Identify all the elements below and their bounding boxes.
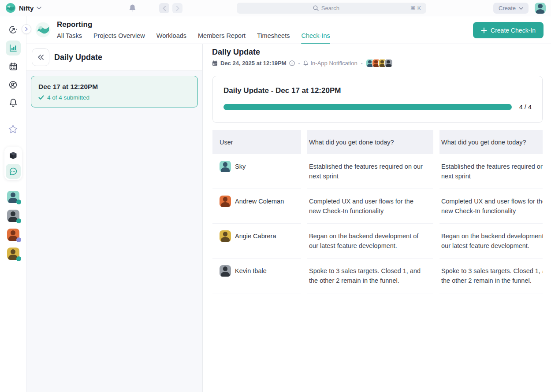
check-in-status: 4 of 4 submitted xyxy=(38,94,190,101)
progress-label: 4 / 4 xyxy=(519,104,532,111)
user-cell: Andrew Coleman xyxy=(212,189,301,224)
create-menu-label: Create xyxy=(499,5,516,11)
project-logo-icon xyxy=(35,22,51,38)
topbar: Nifty Search ⌘ K Create xyxy=(0,0,551,16)
search-shortcut: ⌘ K xyxy=(410,5,421,11)
user-cell: Sky xyxy=(212,154,301,189)
notification-type: In-App Notification xyxy=(303,60,357,67)
user-avatar xyxy=(220,230,231,242)
notification-type-label: In-App Notification xyxy=(310,60,357,67)
answer-cell: Began on the backend development of our … xyxy=(307,224,433,259)
nav-back-button[interactable] xyxy=(159,3,169,13)
user-avatar xyxy=(220,265,231,277)
calendar-icon[interactable] xyxy=(6,59,21,74)
dot-separator: • xyxy=(361,61,363,66)
summary-card: Daily Update - Dec 17 at 12:20PM 4 / 4 xyxy=(212,76,543,123)
star-icon[interactable] xyxy=(6,122,21,137)
chat-icon[interactable] xyxy=(6,164,21,179)
column-header-question: What did you get done today? xyxy=(439,130,543,154)
table-row: Andrew ColemanCompleted UX and user flow… xyxy=(212,189,543,224)
table-row: Angie CabreraBegan on the backend develo… xyxy=(212,224,543,259)
column-header-question: What did you get done today? xyxy=(307,130,433,154)
cube-icon[interactable] xyxy=(6,148,21,163)
plus-icon xyxy=(481,27,487,33)
sidebar-user-avatar[interactable] xyxy=(7,248,19,260)
panel-title: Daily Update xyxy=(54,53,102,62)
tab-workloads[interactable]: Workloads xyxy=(156,32,186,44)
sidebar-user-avatar[interactable] xyxy=(7,229,19,241)
user-name: Angie Cabrera xyxy=(235,230,276,242)
nifty-logo-icon xyxy=(5,3,16,13)
workspace-name: Nifty xyxy=(19,4,34,12)
dot-separator: • xyxy=(298,61,300,66)
table-row: SkyEstablished the features required on … xyxy=(212,154,543,189)
create-menu-button[interactable]: Create xyxy=(493,3,529,14)
participant-avatars xyxy=(366,59,392,67)
create-check-in-button[interactable]: Create Check-In xyxy=(473,22,544,38)
column-header-user: User xyxy=(212,130,301,154)
notifications-bell-icon[interactable] xyxy=(129,4,136,12)
user-avatar xyxy=(220,196,231,207)
status-dot xyxy=(16,200,21,204)
apps-dock xyxy=(4,147,22,180)
answer-cell: Established the features required on our… xyxy=(307,154,433,189)
check-in-list-panel: Daily Update Dec 17 at 12:20PM 4 of 4 su… xyxy=(26,44,203,392)
page-title: Reporting xyxy=(57,20,92,29)
answer-cell: Established the features required on our… xyxy=(439,154,543,189)
tab-check-ins[interactable]: Check-Ins xyxy=(301,32,330,44)
search-icon xyxy=(313,5,319,11)
sidebar-user-avatar[interactable] xyxy=(7,191,19,203)
user-cell: Angie Cabrera xyxy=(212,224,301,259)
user-name: Sky xyxy=(235,161,246,172)
check-in-list: Dec 17 at 12:20PM 4 of 4 submitted xyxy=(26,71,202,112)
target-arrow-icon[interactable] xyxy=(6,22,21,37)
answer-cell: Spoke to 3 sales targets. Closed 1, and … xyxy=(307,259,433,293)
participant-avatar xyxy=(385,59,392,67)
search-input[interactable]: Search ⌘ K xyxy=(237,3,426,14)
tab-all-tasks[interactable]: All Tasks xyxy=(57,32,82,44)
app-sidebar xyxy=(0,16,26,392)
sidebar-user-avatar[interactable] xyxy=(7,210,19,222)
tab-members-report[interactable]: Members Report xyxy=(198,32,246,44)
tab-timesheets[interactable]: Timesheets xyxy=(257,32,290,44)
detail-date-text: Dec 24, 2025 at 12:19PM xyxy=(220,60,287,67)
answer-cell: Completed UX and user flows for the new … xyxy=(307,189,433,224)
answer-cell: Spoke to 3 sales targets. Closed 1, and … xyxy=(439,259,543,293)
create-check-in-label: Create Check-In xyxy=(491,27,536,34)
user-cell: Kevin Ibale xyxy=(212,259,301,293)
search-placeholder: Search xyxy=(321,5,339,11)
detail-title: Daily Update xyxy=(212,48,260,57)
bell-small-icon xyxy=(303,60,308,66)
team-avatars xyxy=(7,191,19,260)
report-tabs: All TasksProjects OverviewWorkloadsMembe… xyxy=(57,32,330,44)
nav-forward-button[interactable] xyxy=(172,3,182,13)
check-in-list-item[interactable]: Dec 17 at 12:20PM 4 of 4 submitted xyxy=(31,76,198,107)
user-avatar xyxy=(220,161,231,172)
page-header: Reporting All TasksProjects OverviewWork… xyxy=(26,16,551,44)
detail-meta: Dec 24, 2025 at 12:19PM • In-App Notific… xyxy=(212,59,392,67)
user-name: Andrew Coleman xyxy=(235,196,284,207)
reports-bar-chart-icon[interactable] xyxy=(6,41,21,55)
user-avatar[interactable] xyxy=(535,3,546,14)
status-dot xyxy=(16,256,21,261)
check-in-detail: Daily Update Dec 24, 2025 at 12:19PM • I… xyxy=(203,44,551,392)
calendar-small-icon xyxy=(212,60,218,66)
table-row: Kevin IbaleSpoke to 3 sales targets. Clo… xyxy=(212,259,543,293)
chevron-down-icon xyxy=(37,7,41,10)
member-check-icon[interactable] xyxy=(6,77,21,92)
summary-title: Daily Update - Dec 17 at 12:20PM xyxy=(223,86,532,95)
workspace-switcher[interactable]: Nifty xyxy=(5,3,41,13)
panel-header: Daily Update xyxy=(26,44,202,71)
tab-projects-overview[interactable]: Projects Overview xyxy=(93,32,145,44)
check-icon xyxy=(38,95,44,100)
expand-panel-button[interactable] xyxy=(22,24,31,34)
progress-bar xyxy=(223,104,512,110)
collapse-panel-button[interactable] xyxy=(32,48,49,66)
bell-icon[interactable] xyxy=(6,95,21,110)
info-icon[interactable] xyxy=(289,60,295,66)
check-in-date: Dec 17 at 12:20PM xyxy=(38,83,190,91)
table-header-row: UserWhat did you get done today?What did… xyxy=(212,130,543,154)
status-dot xyxy=(16,218,21,223)
user-name: Kevin Ibale xyxy=(235,265,267,277)
responses-table: UserWhat did you get done today?What did… xyxy=(212,130,543,293)
